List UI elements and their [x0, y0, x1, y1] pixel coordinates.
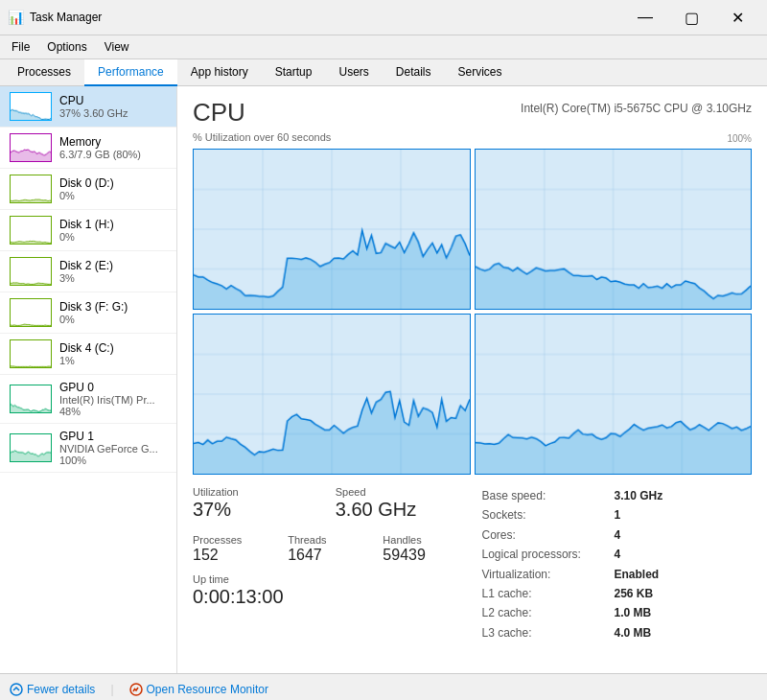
- detail-title: CPU: [193, 98, 245, 128]
- resource-monitor-link[interactable]: Open Resource Monitor: [129, 683, 268, 696]
- sidebar-item-disk1[interactable]: Disk 1 (H:) 0%: [0, 210, 176, 251]
- sidebar-item-cpu[interactable]: CPU 37% 3.60 GHz: [0, 86, 176, 128]
- tab-apphistory[interactable]: App history: [177, 59, 262, 86]
- l1-val: 256 KB: [615, 584, 654, 603]
- disk3-label: Disk 3 (F: G:): [59, 300, 167, 314]
- sidebar-item-disk3[interactable]: Disk 3 (F: G:) 0%: [0, 292, 176, 334]
- gpu0-detail2: Intel(R) Iris(TM) Pr...: [59, 394, 167, 406]
- disk2-label: Disk 2 (E:): [59, 259, 167, 272]
- tab-services[interactable]: Services: [445, 59, 516, 86]
- separator: |: [110, 683, 113, 696]
- basespeed-key: Base speed:: [482, 486, 607, 505]
- proc-thread-handle-row: Processes 152 Threads 1647 Handles 59439: [193, 534, 463, 568]
- spec-logical: Logical processors: 4: [482, 545, 753, 564]
- tab-users[interactable]: Users: [325, 59, 382, 86]
- handles-value: 59439: [383, 547, 462, 564]
- processes-label: Processes: [193, 534, 272, 546]
- sidebar-item-memory[interactable]: Memory 6.3/7.9 GB (80%): [0, 128, 176, 169]
- stats-section: Utilization 37% Speed 3.60 GHz Processes…: [193, 486, 752, 642]
- speed-value: 3.60 GHz: [336, 499, 463, 521]
- gpu1-thumbnail: [10, 433, 52, 462]
- speed-label: Speed: [336, 486, 463, 498]
- menu-view[interactable]: View: [97, 37, 137, 57]
- gpu1-detail2: NVIDIA GeForce G...: [59, 443, 167, 455]
- window-title: Task Manager: [30, 11, 102, 24]
- sidebar: CPU 37% 3.60 GHz Memory 6.3/7.9 GB (80%)…: [0, 86, 177, 673]
- handles-label: Handles: [383, 534, 462, 546]
- uptime-section: Up time 0:00:13:00: [193, 573, 463, 608]
- threads-col: Threads 1647: [288, 534, 367, 568]
- cpu-graph-2: [193, 314, 471, 475]
- menu-options[interactable]: Options: [39, 37, 94, 57]
- util-speed-row: Utilization 37% Speed 3.60 GHz: [193, 486, 463, 528]
- main-content: CPU 37% 3.60 GHz Memory 6.3/7.9 GB (80%)…: [0, 86, 767, 673]
- menu-bar: File Options View: [0, 35, 767, 59]
- cores-key: Cores:: [482, 525, 607, 545]
- svg-point-0: [11, 684, 22, 695]
- virt-val: Enabled: [615, 565, 660, 584]
- disk0-thumbnail: [10, 175, 52, 203]
- tab-details[interactable]: Details: [383, 59, 445, 86]
- tab-startup[interactable]: Startup: [262, 59, 326, 86]
- disk1-label: Disk 1 (H:): [59, 218, 167, 231]
- sidebar-item-gpu0[interactable]: GPU 0 Intel(R) Iris(TM) Pr... 48%: [0, 375, 176, 424]
- spec-cores: Cores: 4: [482, 525, 753, 545]
- disk2-thumbnail: [10, 257, 52, 286]
- cpu-thumbnail: [10, 92, 52, 121]
- sidebar-item-disk4[interactable]: Disk 4 (C:) 1%: [0, 334, 176, 375]
- utilization-col: Utilization 37%: [193, 486, 320, 528]
- processes-col: Processes 152: [193, 534, 272, 568]
- disk2-detail: 3%: [59, 272, 167, 284]
- disk4-thumbnail: [10, 339, 52, 368]
- stats-left: Utilization 37% Speed 3.60 GHz Processes…: [193, 486, 463, 642]
- sidebar-item-disk0[interactable]: Disk 0 (D:) 0%: [0, 169, 176, 210]
- cpu-full-name: Intel(R) Core(TM) i5-5675C CPU @ 3.10GHz: [521, 102, 752, 115]
- mem-label: Memory: [59, 135, 167, 149]
- sidebar-item-gpu1[interactable]: GPU 1 NVIDIA GeForce G... 100%: [0, 424, 176, 473]
- fewer-details-button[interactable]: Fewer details: [10, 683, 95, 696]
- l3-val: 4.0 MB: [615, 623, 652, 642]
- minimize-button[interactable]: —: [623, 4, 667, 31]
- cpu-label: CPU: [59, 94, 167, 107]
- spec-virt: Virtualization: Enabled: [482, 565, 753, 584]
- tab-bar: Processes Performance App history Startu…: [0, 59, 767, 86]
- disk0-detail: 0%: [59, 190, 167, 201]
- logical-val: 4: [615, 545, 621, 564]
- uptime-value: 0:00:13:00: [193, 586, 463, 608]
- mem-detail: 6.3/7.9 GB (80%): [59, 149, 167, 160]
- sidebar-item-disk2[interactable]: Disk 2 (E:) 3%: [0, 251, 176, 292]
- threads-label: Threads: [288, 534, 367, 546]
- tab-processes[interactable]: Processes: [4, 59, 84, 86]
- spec-basespeed: Base speed: 3.10 GHz: [482, 486, 753, 505]
- disk3-detail: 0%: [59, 314, 167, 325]
- cores-val: 4: [615, 525, 621, 545]
- l2-val: 1.0 MB: [615, 603, 652, 622]
- uptime-label: Up time: [193, 573, 463, 585]
- maximize-button[interactable]: ▢: [669, 4, 713, 31]
- window-controls: — ▢ ✕: [623, 4, 759, 31]
- cpu-graph-1: [475, 149, 753, 310]
- disk3-thumbnail: [10, 298, 52, 327]
- cpu-graphs-grid: [193, 149, 752, 475]
- virt-key: Virtualization:: [482, 565, 607, 584]
- logical-key: Logical processors:: [482, 545, 607, 564]
- close-button[interactable]: ✕: [715, 4, 759, 31]
- app-icon: 📊: [8, 10, 24, 25]
- title-bar: 📊 Task Manager — ▢ ✕: [0, 0, 767, 35]
- cpu-graph-0: [193, 149, 471, 310]
- l1-key: L1 cache:: [482, 584, 607, 603]
- chart-max: 100%: [727, 133, 752, 144]
- gpu1-detail: 100%: [59, 455, 167, 466]
- utilization-value: 37%: [193, 499, 320, 521]
- disk0-label: Disk 0 (D:): [59, 176, 167, 190]
- tab-performance[interactable]: Performance: [84, 59, 177, 86]
- gpu0-detail: 48%: [59, 406, 167, 417]
- l3-key: L3 cache:: [482, 623, 607, 642]
- resource-monitor-icon: [129, 683, 143, 696]
- cpu-graph-3: [475, 314, 753, 475]
- bottom-bar: Fewer details | Open Resource Monitor: [0, 673, 767, 700]
- handles-col: Handles 59439: [383, 534, 462, 568]
- disk1-detail: 0%: [59, 231, 167, 243]
- l2-key: L2 cache:: [482, 603, 607, 622]
- menu-file[interactable]: File: [4, 37, 37, 57]
